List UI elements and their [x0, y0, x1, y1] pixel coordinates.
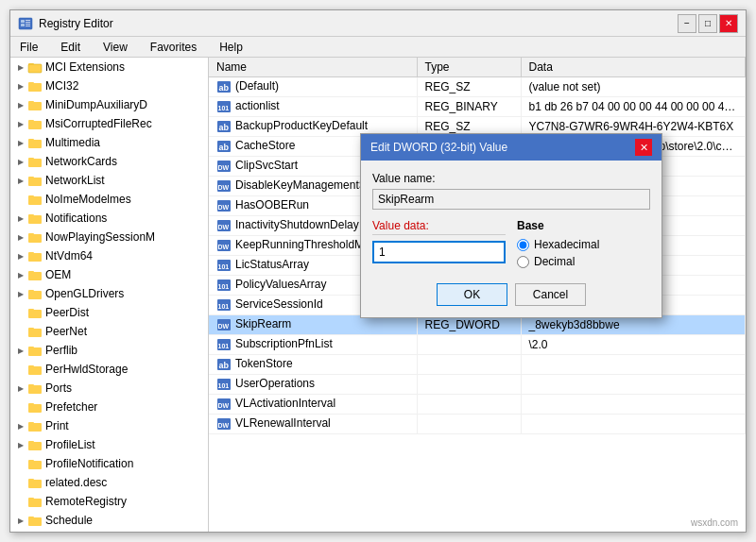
sidebar-item-secedit[interactable]: SecEdit — [10, 530, 208, 532]
svg-rect-33 — [28, 290, 34, 293]
expand-arrow — [14, 287, 27, 300]
folder-icon — [27, 173, 43, 188]
svg-rect-53 — [28, 479, 34, 482]
sidebar-label: NetworkList — [45, 174, 105, 187]
value-name-input[interactable] — [372, 189, 650, 210]
menu-view[interactable]: View — [97, 40, 133, 55]
sidebar-label: ProfileList — [45, 438, 95, 451]
folder-icon — [27, 211, 43, 226]
sidebar-item-related-desc[interactable]: related.desc — [10, 473, 208, 492]
decimal-option: Decimal — [517, 255, 650, 268]
edit-dword-dialog: Edit DWORD (32-bit) Value ✕ Value name: … — [360, 133, 662, 318]
svg-rect-29 — [28, 252, 34, 255]
folder-icon — [27, 324, 43, 339]
dialog-close-button[interactable]: ✕ — [635, 139, 652, 156]
expand-arrow — [14, 363, 27, 376]
content-area: Name Type Data ab (Default)REG_SZ(value … — [209, 58, 746, 532]
sidebar-label: Notifications — [45, 212, 107, 225]
svg-rect-21 — [28, 177, 34, 179]
registry-icon — [18, 16, 33, 31]
sidebar-item-perhwldstorage[interactable]: PerHwldStorage — [10, 360, 208, 379]
sidebar-label: Multimedia — [45, 136, 100, 149]
sidebar-item-profilelist[interactable]: ProfileList — [10, 435, 208, 454]
sidebar-label: PeerNet — [45, 325, 87, 338]
expand-arrow — [14, 344, 27, 357]
base-label: Base — [517, 219, 650, 232]
sidebar-item-print[interactable]: Print — [10, 416, 208, 435]
ok-button[interactable]: OK — [437, 283, 507, 306]
value-data-row: Value data: Base Hexadecimal — [372, 219, 650, 272]
sidebar-item-profilenotification[interactable]: ProfileNotification — [10, 454, 208, 473]
expand-arrow — [14, 212, 27, 225]
hexadecimal-radio[interactable] — [517, 239, 529, 251]
folder-icon — [27, 135, 43, 150]
close-button[interactable]: ✕ — [719, 14, 738, 33]
folder-icon — [27, 59, 43, 75]
svg-rect-17 — [28, 139, 34, 142]
expand-arrow — [14, 495, 27, 508]
expand-arrow — [14, 136, 27, 149]
menu-file[interactable]: File — [14, 40, 43, 55]
maximize-button[interactable]: □ — [698, 14, 717, 33]
sidebar-label: OEM — [45, 268, 71, 281]
window-title: Registry Editor — [39, 17, 113, 30]
svg-rect-51 — [28, 460, 34, 463]
sidebar-item-schedule[interactable]: Schedule — [10, 511, 208, 530]
expand-arrow — [14, 400, 27, 414]
svg-rect-11 — [28, 82, 34, 85]
sidebar-item-mci-extensions[interactable]: MCI Extensions — [10, 58, 208, 76]
sidebar-item-opengldrivers[interactable]: OpenGLDrivers — [10, 284, 208, 303]
menu-help[interactable]: Help — [214, 40, 249, 55]
sidebar-item-prefetcher[interactable]: Prefetcher — [10, 398, 208, 416]
dialog-title-bar: Edit DWORD (32-bit) Value ✕ — [361, 134, 662, 161]
svg-rect-45 — [28, 403, 34, 406]
expand-arrow — [14, 306, 27, 319]
svg-rect-19 — [28, 158, 34, 161]
svg-rect-13 — [28, 101, 34, 104]
expand-arrow — [14, 98, 27, 111]
menu-edit[interactable]: Edit — [55, 40, 86, 55]
sidebar-item-ports[interactable]: Ports — [10, 379, 208, 398]
sidebar-item-peerdist[interactable]: PeerDist — [10, 303, 208, 322]
sidebar-item-ntvdm64[interactable]: NtVdm64 — [10, 246, 208, 265]
sidebar-item-multimedia[interactable]: Multimedia — [10, 133, 208, 152]
sidebar-item-notifications[interactable]: Notifications — [10, 209, 208, 228]
sidebar-item-nowplaying[interactable]: NowPlayingSessionM — [10, 228, 208, 246]
sidebar-item-remoteregistry[interactable]: RemoteRegistry — [10, 492, 208, 511]
sidebar-item-mci32[interactable]: MCI32 — [10, 76, 208, 95]
sidebar-item-minidumpauxiliaryd[interactable]: MiniDumpAuxiliaryD — [10, 95, 208, 114]
folder-icon — [27, 78, 43, 93]
cancel-button[interactable]: Cancel — [515, 283, 586, 306]
sidebar-item-peernet[interactable]: PeerNet — [10, 322, 208, 341]
svg-rect-3 — [26, 20, 30, 21]
sidebar-item-noimemodelmes[interactable]: NoImeModelmes — [10, 190, 208, 209]
value-data-label: Value data: — [372, 219, 506, 235]
svg-rect-6 — [26, 25, 30, 26]
sidebar-item-networklist[interactable]: NetworkList — [10, 171, 208, 190]
main-area: MCI Extensions MCI32 MiniDumpAuxiliaryD — [10, 58, 746, 532]
expand-arrow — [14, 230, 27, 244]
folder-icon — [27, 456, 43, 471]
sidebar-item-oem[interactable]: OEM — [10, 265, 208, 284]
svg-rect-5 — [26, 24, 30, 25]
folder-icon — [27, 437, 43, 452]
value-name-label: Value name: — [372, 172, 650, 185]
sidebar-label: Prefetcher — [45, 400, 97, 414]
folder-icon — [27, 286, 43, 301]
sidebar-label: MCI32 — [45, 79, 78, 93]
folder-icon — [27, 343, 43, 358]
svg-rect-49 — [28, 441, 34, 444]
folder-icon — [27, 399, 43, 415]
expand-arrow — [14, 117, 27, 130]
value-name-field: Value name: — [372, 172, 650, 210]
sidebar-label: NowPlayingSessionM — [45, 230, 155, 244]
value-data-input[interactable] — [372, 241, 506, 263]
menu-favorites[interactable]: Favorites — [145, 40, 202, 55]
sidebar-item-perflib[interactable]: Perflib — [10, 341, 208, 360]
sidebar-item-msicorrupted[interactable]: MsiCorruptedFileRec — [10, 114, 208, 133]
decimal-radio[interactable] — [517, 256, 529, 268]
sidebar-item-networkcards[interactable]: NetworkCards — [10, 152, 208, 171]
title-bar: Registry Editor − □ ✕ — [10, 10, 746, 37]
minimize-button[interactable]: − — [678, 14, 696, 33]
sidebar-label: Print — [45, 419, 69, 432]
